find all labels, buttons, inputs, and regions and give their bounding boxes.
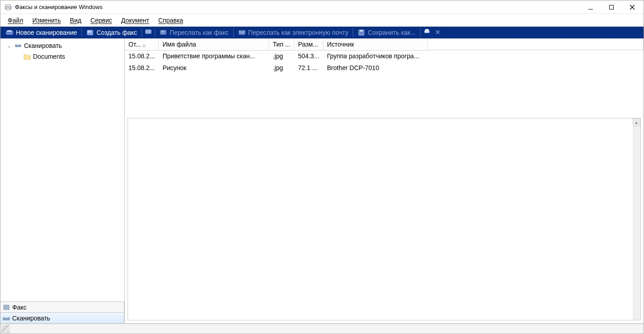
create-fax-button[interactable]: Создать факс (83, 28, 141, 38)
item-list: От...△ Имя файла Тип ... Разм... Источни… (125, 38, 644, 115)
cell-source: Группа разработчиков програ... (323, 50, 428, 62)
svg-rect-14 (239, 31, 245, 34)
fax-icon (86, 29, 94, 36)
save-as-label: Сохранить как... (368, 29, 415, 36)
window-title: Факсы и сканирование Windows (15, 4, 103, 10)
svg-rect-25 (4, 316, 9, 318)
menu-edit[interactable]: Изменить (28, 15, 65, 25)
separator (233, 28, 234, 37)
svg-rect-8 (7, 30, 12, 32)
separator (81, 28, 82, 37)
svg-rect-7 (6, 31, 13, 34)
tree-label-documents: Documents (33, 53, 65, 60)
forward-fax-label: Переслать как факс (170, 29, 228, 36)
svg-rect-11 (146, 30, 151, 33)
svg-rect-4 (610, 5, 614, 9)
sidebar: ⌄ Сканировать Documents Факс Сканировать (0, 38, 125, 323)
cell-size: 504.3... (294, 50, 323, 62)
delete-button[interactable] (432, 28, 443, 38)
resize-grip-icon[interactable] (1, 325, 9, 333)
reply-button[interactable] (143, 28, 154, 38)
minimize-button[interactable] (580, 0, 601, 14)
list-row[interactable]: 15.08.2... Рисунок .jpg 72.1 ... Brother… (125, 62, 428, 74)
col-filename[interactable]: Имя файла (159, 38, 269, 50)
titlebar: Факсы и сканирование Windows (0, 0, 644, 14)
preview-pane: ▴ (128, 118, 641, 320)
list-row[interactable]: 15.08.2... Приветствие программы скан...… (125, 50, 428, 62)
cell-filetype: .jpg (269, 50, 294, 62)
scroll-up-icon[interactable]: ▴ (633, 118, 640, 126)
scanner-icon (6, 29, 13, 36)
cell-filename: Рисунок (159, 62, 269, 74)
collapse-icon[interactable]: ⌄ (6, 43, 12, 48)
svg-rect-22 (16, 44, 20, 45)
nav-tabs: Факс Сканировать (0, 301, 124, 323)
maximize-button[interactable] (601, 0, 622, 14)
fax-icon (2, 304, 10, 311)
folder-icon (23, 53, 31, 60)
cell-source: Brother DCP-7010 (323, 62, 428, 74)
reply-icon (145, 28, 152, 37)
svg-rect-13 (161, 31, 164, 33)
menu-view[interactable]: Вид (66, 15, 86, 25)
print-icon (424, 28, 430, 36)
menubar: Файл Изменить Вид Сервис Документ Справк… (0, 14, 644, 27)
separator (420, 28, 421, 37)
col-size[interactable]: Разм... (294, 38, 323, 50)
menu-help[interactable]: Справка (154, 15, 188, 25)
sort-asc-icon: △ (142, 43, 146, 47)
cell-date: 15.08.2... (125, 62, 159, 74)
close-button[interactable] (622, 0, 643, 14)
delete-icon (435, 29, 440, 36)
cell-filetype: .jpg (269, 62, 294, 74)
save-as-button[interactable]: Сохранить как... (354, 28, 419, 38)
separator (155, 28, 155, 37)
nav-scan[interactable]: Сканировать (0, 312, 124, 323)
nav-fax-label: Факс (12, 304, 27, 311)
separator (353, 28, 353, 37)
menu-document[interactable]: Документ (117, 15, 154, 25)
nav-fax[interactable]: Факс (0, 301, 124, 312)
folder-tree: ⌄ Сканировать Documents (0, 38, 124, 301)
svg-rect-18 (425, 29, 428, 31)
save-icon (358, 29, 365, 36)
preview-scrollbar[interactable]: ▴ (633, 118, 640, 320)
header-filler (428, 38, 644, 50)
separator (142, 28, 142, 37)
print-button[interactable] (421, 28, 432, 38)
forward-as-fax-button[interactable]: Переслать как факс (156, 28, 232, 38)
new-scan-button[interactable]: Новое сканирование (2, 28, 80, 38)
scanner-icon (14, 42, 22, 49)
col-filetype[interactable]: Тип ... (269, 38, 294, 50)
mail-icon (238, 29, 246, 36)
forward-mail-label: Переслать как электронную почту (248, 29, 349, 36)
col-date[interactable]: От...△ (125, 38, 159, 50)
printer-icon (4, 3, 12, 11)
fax-forward-icon (160, 29, 167, 36)
tree-node-scan[interactable]: ⌄ Сканировать (0, 40, 124, 51)
menu-file[interactable]: Файл (3, 15, 28, 25)
create-fax-label: Создать факс (96, 29, 137, 36)
new-scan-label: Новое сканирование (16, 29, 77, 36)
svg-rect-10 (88, 31, 90, 33)
body: ⌄ Сканировать Documents Факс Сканировать (0, 38, 644, 324)
cell-size: 72.1 ... (294, 62, 323, 74)
statusbar (0, 324, 644, 334)
cell-date: 15.08.2... (125, 50, 159, 62)
tree-node-documents[interactable]: Documents (0, 51, 124, 62)
svg-rect-23 (4, 305, 9, 310)
menu-service[interactable]: Сервис (86, 15, 117, 25)
toolbar: Новое сканирование Создать факс Переслат… (0, 27, 644, 38)
window-controls (580, 0, 643, 14)
forward-as-mail-button[interactable]: Переслать как электронную почту (235, 28, 352, 38)
scanner-icon (2, 315, 10, 322)
main-pane: От...△ Имя файла Тип ... Разм... Источни… (125, 38, 644, 323)
col-source[interactable]: Источник (323, 38, 428, 50)
tree-label-scan: Сканировать (24, 42, 62, 49)
svg-rect-16 (360, 30, 363, 32)
nav-scan-label: Сканировать (12, 315, 50, 322)
svg-rect-2 (6, 8, 10, 10)
cell-filename: Приветствие программы скан... (159, 50, 269, 62)
